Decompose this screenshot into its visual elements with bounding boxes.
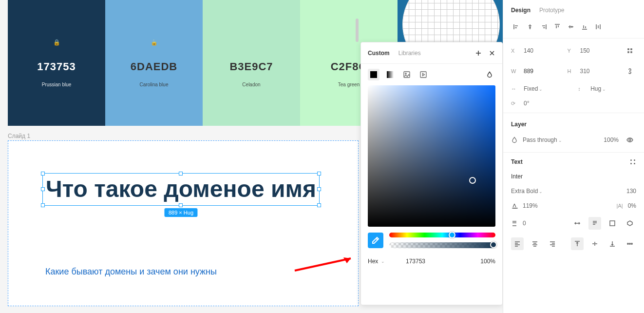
swatch-name: Prussian blue: [42, 82, 72, 87]
tab-prototype[interactable]: Prototype: [539, 7, 564, 14]
picker-tab-custom[interactable]: Custom: [368, 50, 390, 57]
align-bottom-icon[interactable]: [578, 20, 591, 33]
layer-opacity[interactable]: 100%: [604, 137, 619, 143]
distribute-icon[interactable]: [592, 20, 605, 33]
color-picker-popup: Custom Libraries Hex⌄: [360, 42, 503, 305]
swatch-hex: 6DAEDB: [131, 60, 177, 73]
solid-fill-button[interactable]: [368, 69, 379, 80]
horizontal-resize[interactable]: Fixed⌄: [524, 85, 543, 92]
auto-height-icon[interactable]: [588, 217, 601, 230]
more-options-icon[interactable]: [624, 237, 636, 250]
text-valign-bottom-icon[interactable]: [606, 237, 619, 250]
resize-handle[interactable]: [317, 187, 321, 191]
svg-point-7: [631, 243, 632, 244]
picker-tab-libraries[interactable]: Libraries: [398, 50, 421, 57]
text-align-left-icon[interactable]: [511, 237, 524, 250]
text-valign-top-icon[interactable]: [571, 237, 584, 250]
font-family-select[interactable]: Inter: [511, 173, 523, 180]
slide-subtitle: Какие бывают домены и зачем они нужны: [45, 266, 217, 278]
alpha-slider[interactable]: [389, 242, 495, 248]
position-lock-icon[interactable]: [624, 44, 636, 57]
svg-point-1: [405, 73, 406, 74]
blend-mode-icon[interactable]: [484, 69, 495, 80]
paragraph-spacing-icon: [511, 220, 518, 227]
swatch-hex: 173753: [37, 60, 76, 73]
svg-rect-4: [610, 221, 615, 226]
color-mode-select[interactable]: Hex⌄: [368, 258, 392, 265]
text-section-title: Text: [511, 158, 523, 165]
saturation-cursor[interactable]: [469, 177, 476, 184]
hex-value[interactable]: 173753: [396, 258, 462, 265]
resize-handle[interactable]: [41, 203, 45, 207]
resize-handle[interactable]: [179, 172, 183, 176]
image-fill-button[interactable]: [401, 69, 413, 80]
lineheight-value[interactable]: 119%: [523, 202, 538, 209]
frame-label[interactable]: Слайд 1: [8, 133, 30, 139]
alpha-value[interactable]: 100%: [466, 258, 495, 265]
resize-handle[interactable]: [317, 203, 321, 207]
align-vcenter-icon[interactable]: [565, 20, 577, 33]
align-right-icon[interactable]: [537, 20, 550, 33]
constrain-proportions-icon[interactable]: [624, 65, 636, 78]
palette-swatch[interactable]: 🔒 6DAEDB Carolina blue: [105, 0, 203, 126]
saturation-area[interactable]: [368, 85, 495, 227]
svg-point-5: [627, 243, 628, 244]
plus-icon[interactable]: [475, 50, 482, 57]
text-settings-icon[interactable]: [629, 158, 636, 165]
palette-swatch[interactable]: 🔒 173753 Prussian blue: [8, 0, 105, 126]
lock-icon: 🔒: [53, 39, 60, 46]
svg-point-6: [629, 243, 630, 244]
gradient-fill-button[interactable]: [384, 69, 396, 80]
selected-text-layer[interactable]: Что такое доменое имя 889 × Hug: [42, 173, 320, 206]
lineheight-icon: [511, 202, 518, 209]
letterspacing-value[interactable]: 0%: [628, 202, 636, 209]
tab-design[interactable]: Design: [511, 7, 530, 14]
text-align-center-icon[interactable]: [529, 237, 541, 250]
lock-icon: 🔒: [151, 39, 158, 46]
text-align-right-icon[interactable]: [546, 237, 559, 250]
layer-section-title: Layer: [503, 115, 644, 130]
visibility-icon[interactable]: [624, 134, 636, 146]
resize-handle[interactable]: [179, 203, 183, 207]
paragraph-spacing[interactable]: 0: [523, 220, 526, 227]
align-hcenter-icon[interactable]: [524, 20, 536, 33]
align-top-icon[interactable]: [551, 20, 564, 33]
vertical-resize[interactable]: Hug⌄: [590, 85, 606, 92]
slide-title: Что такое доменое имя: [46, 176, 316, 202]
truncate-icon[interactable]: [624, 217, 636, 230]
resize-handle[interactable]: [317, 172, 321, 176]
svg-point-3: [629, 139, 631, 141]
swatch-name: Carolina blue: [140, 82, 169, 87]
blend-drop-icon: [511, 137, 518, 143]
auto-width-icon[interactable]: [571, 217, 584, 230]
x-value[interactable]: 140: [524, 47, 533, 54]
palette-swatch[interactable]: 🔒 B3E9C7 Celadon: [203, 0, 300, 126]
font-size[interactable]: 130: [626, 188, 636, 195]
properties-panel: Design Prototype X140 Y150 W889 H310 ↔Fi…: [503, 0, 644, 313]
resize-handle[interactable]: [41, 187, 45, 191]
blend-mode-select[interactable]: Pass through⌄: [523, 137, 562, 143]
text-valign-middle-icon[interactable]: [588, 237, 601, 250]
swatch-name: Celadon: [242, 82, 260, 87]
rotation-value[interactable]: 0°: [524, 100, 529, 107]
height-value[interactable]: 310: [580, 68, 590, 75]
align-left-icon[interactable]: [510, 20, 523, 33]
hue-slider[interactable]: [389, 233, 495, 237]
video-fill-button[interactable]: [417, 69, 429, 80]
close-icon[interactable]: [489, 50, 495, 57]
y-value[interactable]: 150: [580, 47, 590, 54]
annotation-arrow: [292, 254, 360, 275]
svg-rect-2: [420, 72, 426, 78]
selection-size-badge: 889 × Hug: [165, 208, 197, 217]
width-value[interactable]: 889: [524, 68, 533, 75]
swatch-name: Tea green: [338, 82, 360, 87]
slide-frame[interactable]: Что такое доменое имя 889 × Hug Какие бы…: [8, 140, 359, 306]
eyedropper-button[interactable]: [368, 233, 383, 248]
font-weight-select[interactable]: Extra Bold⌄: [511, 188, 543, 195]
swatch-hex: B3E9C7: [229, 60, 273, 73]
scrollbar-thumb[interactable]: [356, 19, 359, 42]
fixed-size-icon[interactable]: [606, 217, 619, 230]
resize-handle[interactable]: [41, 172, 45, 176]
